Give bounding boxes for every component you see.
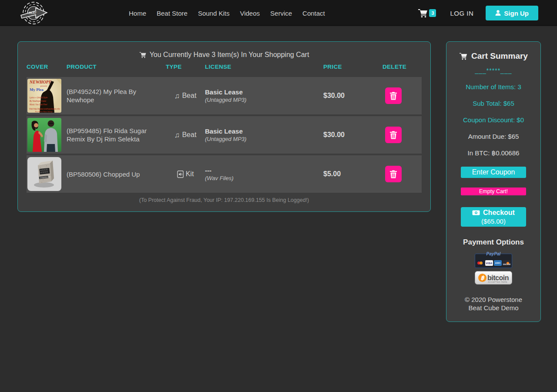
type-label: Beat: [182, 92, 196, 100]
sub-total: Sub Total: $65: [446, 100, 540, 107]
cart-rows: NEWHOPE presents My Plea Lyrics + Untold…: [27, 77, 422, 194]
cover-art-my-plea[interactable]: NEWHOPE presents My Plea Lyrics + Untold…: [27, 79, 61, 113]
login-link[interactable]: LOG IN: [450, 10, 473, 17]
delete-item-button[interactable]: [385, 87, 402, 104]
signup-label: Sign Up: [504, 10, 529, 17]
type-label: Beat: [182, 131, 196, 139]
product-name: (BP580506) Chopped Up: [67, 170, 160, 178]
column-header-product: PRODUCT: [67, 64, 166, 70]
cover-art-flo-rida[interactable]: [27, 118, 61, 152]
music-note-icon: ♫: [174, 92, 180, 100]
column-header-price: PRICE: [323, 64, 383, 70]
cart-count-badge: 3: [429, 9, 436, 17]
nav-item-home[interactable]: Home: [129, 10, 146, 17]
visa-icon: VISA: [485, 260, 493, 266]
checkout-amount: ($65.00): [481, 217, 506, 226]
trash-icon: [390, 170, 397, 178]
nav-cart-button[interactable]: 3: [418, 8, 436, 18]
cart-icon: [139, 51, 147, 58]
nav-item-service[interactable]: Service: [270, 10, 292, 17]
price-value: $30.00: [323, 92, 383, 100]
cart-summary-title-text: Cart Summary: [471, 51, 528, 61]
cover-art-chopped-up[interactable]: CHOPPED UP: [27, 157, 61, 191]
table-row: NEWHOPE presents My Plea Lyrics + Untold…: [27, 77, 422, 114]
btc-amount: In BTC: ฿0.00686: [446, 149, 540, 157]
paypal-logo: PayPal: [475, 251, 512, 256]
bitcoin-icon: ฿: [478, 274, 487, 282]
payment-options-title: Payment Options: [446, 238, 540, 247]
shopping-cart-panel: You Currently Have 3 Item(s) In Your Sho…: [17, 41, 431, 212]
main-menu: Home Beat Store Sound Kits Videos Servic…: [129, 0, 325, 26]
product-cell: (BP495242) My Plea By Newhope: [67, 87, 166, 104]
license-detail: (Untagged MP3): [205, 97, 323, 103]
person-icon: [495, 10, 501, 16]
cover-cell: [27, 118, 67, 152]
license-cell: Basic Lease (Untagged MP3): [205, 88, 323, 103]
cart-summary-title: Cart Summary: [446, 51, 540, 61]
svg-text:Visit http://www.newhopebeats.: Visit http://www.newhopebeats.info: [29, 108, 60, 110]
brand-logo-icon: BEAT: [18, 1, 50, 25]
nav-right-group: 3 LOG IN Sign Up: [418, 0, 538, 26]
product-cell: (BP580506) Chopped Up: [67, 170, 166, 178]
amount-due: Amount Due: $65: [446, 133, 540, 140]
summary-divider: ___*****___: [446, 67, 540, 74]
cart-icon: [459, 52, 468, 60]
svg-text:For More New Songs: For More New Songs: [35, 111, 53, 113]
cart-title-text: You Currently Have 3 Item(s) In Your Sho…: [150, 51, 309, 59]
svg-text:My Plea: My Plea: [30, 87, 44, 92]
cart-icon: [418, 8, 428, 18]
price-cell: $30.00: [323, 131, 383, 139]
cart-table-header: COVER PRODUCT TYPE LICENSE PRICE DELETE: [27, 64, 422, 70]
cart-summary-panel: Cart Summary ___*****___ Number of Items…: [446, 41, 541, 322]
svg-text:Music You Can Feel: Music You Can Feel: [30, 104, 47, 106]
svg-text:presents: presents: [40, 85, 47, 87]
bitcoin-payment-badge[interactable]: ฿ bitcoin ACCEPTED HERE: [475, 271, 512, 285]
top-navbar: BEAT Home Beat Store Sound Kits Videos S…: [0, 0, 557, 26]
copyright-text: © 2020 Powerstone Beat Cube Demo: [446, 295, 540, 312]
cart-panel-title: You Currently Have 3 Item(s) In Your Sho…: [18, 51, 430, 59]
cover-cell: CHOPPED UP: [27, 157, 67, 191]
delete-item-button[interactable]: [385, 127, 402, 143]
delete-item-button[interactable]: [385, 166, 402, 182]
license-cell: --- (Wav Files): [205, 167, 323, 181]
product-name: (BP495242) My Plea By Newhope: [67, 87, 160, 104]
nav-item-sound-kits[interactable]: Sound Kits: [198, 10, 230, 17]
license-name: Basic Lease: [205, 127, 323, 135]
type-cell: ♫ Beat: [166, 131, 205, 139]
trash-icon: [390, 131, 397, 139]
signup-button[interactable]: Sign Up: [486, 6, 538, 20]
license-name: Basic Lease: [205, 88, 323, 96]
license-name: ---: [205, 167, 323, 174]
svg-text:BEAT: BEAT: [29, 11, 37, 14]
svg-text:Lyrics + Untold Style: Lyrics + Untold Style: [30, 97, 48, 99]
type-cell: Kit: [166, 170, 205, 178]
checkout-button[interactable]: Checkout ($65.00): [461, 207, 526, 227]
table-row: (BP959485) Flo Rida Sugar Remix By Dj Ri…: [27, 116, 422, 154]
nav-item-videos[interactable]: Videos: [240, 10, 260, 17]
product-name: (BP959485) Flo Rida Sugar Remix By Dj Ri…: [67, 127, 160, 143]
license-detail: (Untagged MP3): [205, 136, 323, 142]
column-header-cover: COVER: [27, 64, 67, 70]
trash-icon: [390, 92, 397, 100]
brand-logo[interactable]: BEAT: [18, 1, 50, 25]
paypal-payment-badge[interactable]: PayPal VISA AMEX DISCOVER: [475, 254, 512, 268]
delete-cell: [383, 127, 422, 143]
card-logos: VISA AMEX DISCOVER: [476, 260, 510, 266]
nav-item-contact[interactable]: Contact: [302, 10, 325, 17]
price-cell: $30.00: [323, 92, 383, 100]
price-cell: $5.00: [323, 170, 383, 178]
empty-cart-button[interactable]: Empty Cart!: [461, 188, 526, 195]
column-header-delete: DELETE: [383, 64, 422, 70]
license-cell: Basic Lease (Untagged MP3): [205, 127, 323, 142]
column-header-type: TYPE: [166, 64, 205, 70]
type-cell: ♫ Beat: [166, 92, 205, 100]
bitcoin-label: bitcoin: [487, 274, 509, 282]
number-of-items: Number of Items: 3: [446, 83, 540, 90]
type-label: Kit: [186, 170, 194, 178]
column-header-license: LICENSE: [205, 64, 323, 70]
delete-cell: [383, 166, 422, 182]
nav-item-beat-store[interactable]: Beat Store: [157, 10, 188, 17]
copyright-line2: Beat Cube Demo: [468, 304, 518, 312]
music-note-icon: ♫: [174, 131, 180, 139]
enter-coupon-button[interactable]: Enter Coupon: [461, 167, 526, 178]
